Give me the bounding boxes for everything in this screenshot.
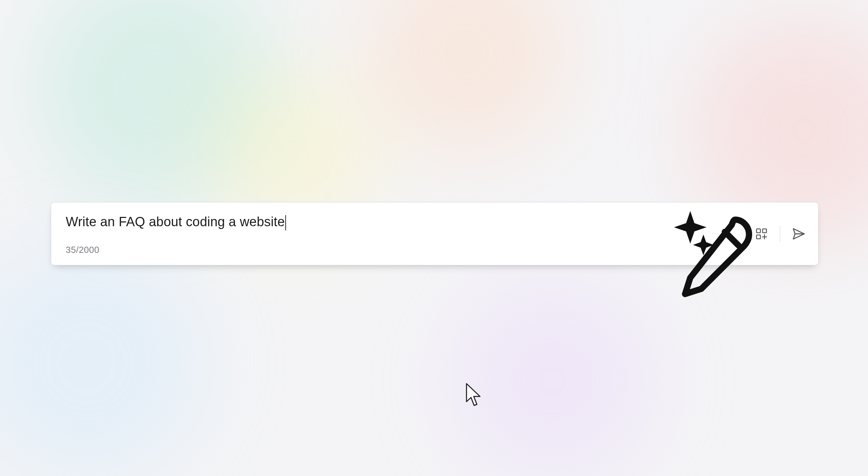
background-blob xyxy=(363,0,571,156)
svg-rect-2 xyxy=(757,235,760,239)
svg-rect-0 xyxy=(757,229,760,232)
background-blob xyxy=(0,242,207,476)
send-button[interactable] xyxy=(791,226,806,242)
text-caret xyxy=(285,215,286,230)
prompt-box: 35/2000 xyxy=(51,202,819,265)
background-blob xyxy=(450,277,657,476)
prompt-actions xyxy=(754,202,806,265)
action-divider xyxy=(780,226,780,242)
mouse-cursor xyxy=(465,383,481,407)
apps-grid-button[interactable] xyxy=(754,226,769,242)
send-icon xyxy=(792,227,805,241)
prompt-input[interactable] xyxy=(66,214,742,229)
background-blob xyxy=(35,0,277,208)
apps-grid-icon xyxy=(755,227,768,240)
svg-rect-1 xyxy=(763,229,766,232)
character-counter: 35/2000 xyxy=(66,245,742,255)
